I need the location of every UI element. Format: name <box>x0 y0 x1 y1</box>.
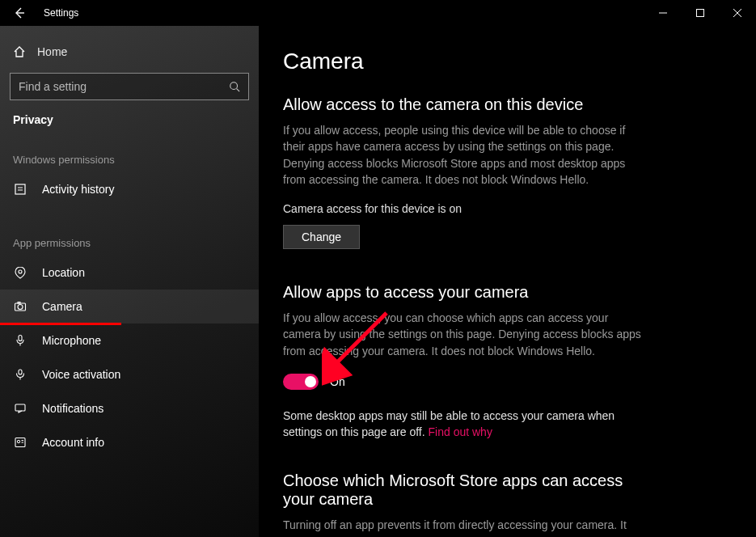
section2-note: Some desktop apps may still be able to a… <box>283 408 647 441</box>
section3-heading: Choose which Microsoft Store apps can ac… <box>283 471 647 509</box>
sidebar-item-label: Microphone <box>42 334 101 347</box>
sidebar-item-label: Home <box>37 45 67 58</box>
toggle-state-label: On <box>330 375 345 388</box>
sidebar-item-activity-history[interactable]: Activity history <box>0 172 259 206</box>
voice-activation-icon <box>13 368 27 381</box>
back-button[interactable] <box>0 0 39 26</box>
svg-rect-15 <box>19 370 22 374</box>
close-button[interactable] <box>719 0 756 26</box>
location-icon <box>13 266 27 279</box>
account-info-icon <box>13 436 27 449</box>
maximize-button[interactable] <box>682 0 719 26</box>
search-input-wrapper[interactable] <box>10 73 249 100</box>
search-icon <box>229 81 240 92</box>
history-icon <box>13 183 27 196</box>
allow-apps-toggle[interactable] <box>283 374 319 390</box>
window-controls <box>644 0 756 26</box>
title-bar: Settings <box>0 0 756 26</box>
sidebar-item-location[interactable]: Location <box>0 256 259 290</box>
find-out-why-link[interactable]: Find out why <box>429 425 492 438</box>
svg-rect-17 <box>15 404 25 411</box>
svg-rect-12 <box>18 302 20 304</box>
microphone-icon <box>13 334 27 347</box>
svg-point-11 <box>18 305 23 310</box>
sidebar-item-label: Notifications <box>42 402 103 415</box>
svg-rect-1 <box>697 10 704 17</box>
svg-point-9 <box>19 270 22 273</box>
toggle-knob <box>305 376 316 387</box>
change-button[interactable]: Change <box>283 225 360 249</box>
sidebar-item-microphone[interactable]: Microphone <box>0 323 259 357</box>
sidebar-item-account-info[interactable]: Account info <box>0 425 259 459</box>
section3-body: Turning off an app prevents it from dire… <box>283 517 647 533</box>
content-pane: Camera Allow access to the camera on thi… <box>259 26 756 537</box>
svg-line-5 <box>237 89 240 92</box>
sidebar-item-label: Camera <box>42 300 82 313</box>
sidebar-category: Privacy <box>0 112 259 146</box>
svg-rect-6 <box>15 184 25 194</box>
home-icon <box>13 45 26 58</box>
section1-heading: Allow access to the camera on this devic… <box>283 95 724 114</box>
sidebar-item-label: Voice activation <box>42 368 120 381</box>
sidebar-section-windows-perms: Windows permissions <box>0 146 259 172</box>
section1-body: If you allow access, people using this d… <box>283 122 647 188</box>
svg-point-4 <box>230 82 238 90</box>
sidebar-item-camera[interactable]: Camera <box>0 290 259 323</box>
section2-heading: Allow apps to access your camera <box>283 283 724 302</box>
svg-point-19 <box>17 440 19 442</box>
notifications-icon <box>13 402 27 415</box>
search-input[interactable] <box>19 80 229 93</box>
sidebar-item-label: Location <box>42 266 85 279</box>
page-title: Camera <box>283 49 724 74</box>
sidebar-item-home[interactable]: Home <box>0 37 259 66</box>
camera-icon <box>13 300 27 313</box>
minimize-button[interactable] <box>644 0 682 26</box>
sidebar: Home Privacy Windows permissions Activit… <box>0 26 259 537</box>
sidebar-item-voice-activation[interactable]: Voice activation <box>0 357 259 391</box>
section2-body: If you allow access, you can choose whic… <box>283 310 647 359</box>
titlebar-label: Settings <box>39 7 78 19</box>
sidebar-section-app-perms: App permissions <box>0 229 259 256</box>
svg-rect-13 <box>19 336 22 341</box>
svg-rect-18 <box>15 438 25 447</box>
camera-access-status: Camera access for this device is on <box>283 202 724 215</box>
sidebar-item-label: Activity history <box>42 183 114 196</box>
sidebar-item-notifications[interactable]: Notifications <box>0 391 259 425</box>
sidebar-item-label: Account info <box>42 436 104 449</box>
